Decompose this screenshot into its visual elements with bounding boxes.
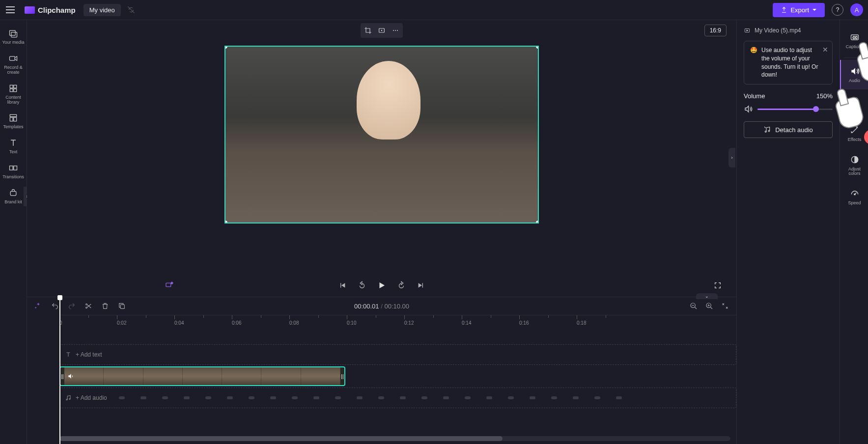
video-canvas[interactable]: ⟳ <box>224 46 539 223</box>
zoom-in-button[interactable] <box>705 302 714 310</box>
tab-label: Adjust colors <box>842 167 867 177</box>
nav-content-library[interactable]: Content library <box>0 79 27 109</box>
prev-button[interactable] <box>337 280 348 291</box>
detach-label: Detach audio <box>775 126 813 134</box>
timeline-scrollbar[interactable] <box>59 436 730 441</box>
tab-effects[interactable]: Effects <box>840 119 868 148</box>
svg-rect-9 <box>14 118 17 122</box>
ruler-tick: 0:14 <box>462 315 471 326</box>
brand-kit-icon <box>8 188 19 198</box>
export-button[interactable]: Export <box>773 3 825 17</box>
fit-tool[interactable] <box>376 25 388 36</box>
volume-slider[interactable] <box>757 109 833 110</box>
help-button[interactable]: ? <box>832 4 843 16</box>
forward-button[interactable] <box>396 280 407 291</box>
play-button[interactable] <box>376 280 387 291</box>
delete-button[interactable] <box>101 302 110 310</box>
ruler-tick-minor <box>146 315 146 319</box>
volume-thumb[interactable] <box>813 106 819 112</box>
text-icon <box>65 351 72 358</box>
nav-templates[interactable]: Templates <box>0 109 27 134</box>
svg-rect-6 <box>14 89 17 92</box>
resize-handle[interactable] <box>536 221 539 223</box>
stage-area: 16:9 ⟳ › <box>27 20 736 444</box>
tab-speed[interactable]: Speed <box>840 182 868 212</box>
svg-text:CC: CC <box>852 36 857 39</box>
file-name: My Video (5).mp4 <box>755 27 801 34</box>
tab-captions[interactable]: CC Captions <box>840 26 868 56</box>
svg-point-32 <box>854 98 858 102</box>
templates-icon <box>8 112 19 123</box>
resize-handle[interactable] <box>224 221 227 223</box>
svg-point-25 <box>69 398 70 399</box>
clip-thumbnail <box>104 367 143 385</box>
nav-your-media[interactable]: Your media <box>0 24 27 49</box>
svg-rect-7 <box>10 115 16 117</box>
clip-trim-left[interactable]: || <box>60 367 64 385</box>
video-clip[interactable]: || || <box>59 366 345 386</box>
user-avatar[interactable]: A <box>850 3 863 16</box>
adjust-icon <box>849 154 860 165</box>
timeline-time: 00:00.01 / 00:10.00 <box>354 303 409 310</box>
nav-transitions[interactable]: Transitions <box>0 159 27 184</box>
tab-audio[interactable]: Audio <box>840 60 868 89</box>
aspect-ratio-button[interactable]: 16:9 <box>704 25 727 36</box>
camera-icon <box>8 53 19 64</box>
ruler-tick: 0:08 <box>289 315 299 326</box>
audio-track-placeholder[interactable]: + Add audio <box>59 388 736 408</box>
redo-button[interactable] <box>67 302 76 310</box>
video-name-input[interactable]: My video <box>84 4 121 16</box>
rewind-button[interactable] <box>357 280 367 291</box>
ruler-tick-minor <box>88 315 89 319</box>
more-tool[interactable] <box>390 25 401 36</box>
right-panel-toggle[interactable]: › <box>728 148 735 167</box>
fullscreen-button[interactable] <box>714 281 722 289</box>
clip-thumbnail <box>301 367 340 385</box>
svg-point-14 <box>381 30 382 30</box>
close-tip-button[interactable]: ✕ <box>822 45 828 55</box>
speaker-icon <box>67 373 74 380</box>
speaker-icon[interactable] <box>744 105 753 113</box>
magic-wand-tool[interactable] <box>34 302 43 310</box>
copy-button[interactable] <box>117 302 126 310</box>
rotate-handle[interactable]: ⟳ <box>377 222 386 223</box>
magic-tag-icon[interactable] <box>165 280 174 290</box>
split-button[interactable] <box>84 302 93 310</box>
timeline-ruler[interactable]: 00:020:040:060:080:100:120:140:160:18 <box>59 315 736 326</box>
nav-label: Text <box>9 150 18 155</box>
resize-handle[interactable] <box>536 46 539 49</box>
tab-label: Filters <box>848 108 861 113</box>
crop-tool[interactable] <box>362 25 374 36</box>
nav-brand-kit[interactable]: Brand kit › <box>0 184 27 209</box>
tab-filters[interactable]: Filters <box>840 89 868 119</box>
volume-fill <box>757 109 814 110</box>
svg-point-20 <box>86 307 87 308</box>
svg-rect-3 <box>10 85 13 88</box>
menu-button[interactable] <box>5 5 16 14</box>
scroll-thumb[interactable] <box>59 436 503 441</box>
text-track-placeholder[interactable]: + Add text <box>59 344 736 365</box>
nav-text[interactable]: Text <box>0 134 27 159</box>
tab-label: Speed <box>848 201 861 206</box>
clip-trim-right[interactable]: || <box>340 367 344 385</box>
zoom-fit-button[interactable] <box>721 302 729 310</box>
sync-off-icon[interactable] <box>127 5 136 14</box>
properties-panel: My Video (5).mp4 🤩 Use audio to adjust t… <box>736 20 840 444</box>
brand-name: Clipchamp <box>38 6 76 14</box>
ruler-tick: 0:18 <box>577 315 586 326</box>
library-icon <box>8 83 19 94</box>
clip-thumbnail <box>222 367 261 385</box>
music-icon <box>65 394 72 401</box>
zoom-out-button[interactable] <box>689 302 698 310</box>
svg-point-33 <box>852 100 856 104</box>
next-button[interactable] <box>416 280 426 291</box>
nav-record-create[interactable]: Record & create <box>0 49 27 79</box>
playhead[interactable] <box>59 297 60 444</box>
tab-adjust-colors[interactable]: Adjust colors <box>840 148 868 183</box>
svg-point-19 <box>86 304 87 305</box>
detach-audio-button[interactable]: Detach audio <box>744 121 833 138</box>
undo-button[interactable] <box>51 302 59 310</box>
clip-thumbnail <box>183 367 222 385</box>
svg-rect-8 <box>10 118 13 122</box>
svg-point-15 <box>393 30 394 31</box>
